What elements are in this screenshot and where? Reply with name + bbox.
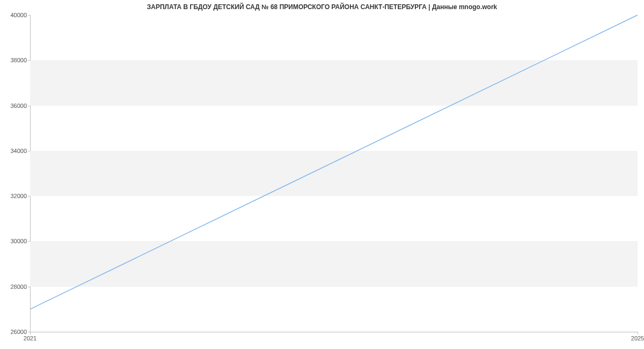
y-tick-label: 26000 bbox=[3, 329, 27, 335]
y-tick-mark bbox=[28, 15, 30, 16]
chart-container: ЗАРПЛАТА В ГБДОУ ДЕТСКИЙ САД № 68 ПРИМОР… bbox=[0, 0, 644, 349]
x-tick-mark bbox=[30, 332, 31, 335]
plot-area bbox=[30, 15, 638, 332]
y-tick-label: 30000 bbox=[3, 238, 27, 244]
line-layer bbox=[30, 15, 638, 332]
x-tick-label: 2025 bbox=[631, 335, 644, 341]
x-tick-mark bbox=[638, 332, 638, 335]
y-tick-label: 28000 bbox=[3, 283, 27, 290]
y-tick-mark bbox=[28, 151, 30, 151]
x-tick-label: 2021 bbox=[24, 335, 36, 341]
y-tick-label: 38000 bbox=[3, 57, 27, 63]
y-tick-mark bbox=[28, 106, 30, 106]
y-tick-label: 32000 bbox=[3, 193, 27, 199]
y-tick-mark bbox=[28, 60, 30, 61]
y-tick-label: 36000 bbox=[3, 103, 27, 109]
y-tick-mark bbox=[28, 241, 30, 242]
y-tick-mark bbox=[28, 287, 30, 287]
chart-title: ЗАРПЛАТА В ГБДОУ ДЕТСКИЙ САД № 68 ПРИМОР… bbox=[0, 3, 644, 11]
y-tick-label: 40000 bbox=[3, 12, 27, 18]
y-tick-mark bbox=[28, 196, 30, 197]
y-tick-label: 34000 bbox=[3, 148, 27, 154]
data-series-line bbox=[30, 15, 638, 309]
